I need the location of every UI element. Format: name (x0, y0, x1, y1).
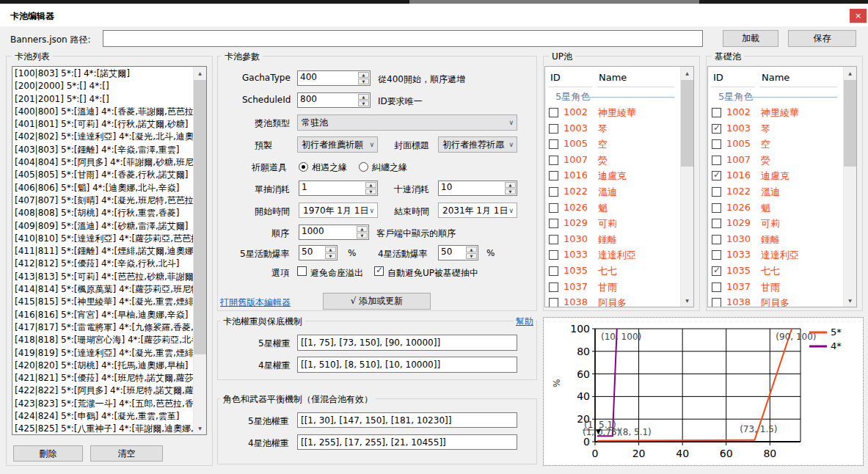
help-link[interactable]: 幫助 (514, 316, 536, 328)
pool-list-item[interactable]: [423|823] 5*:[荒瀧一斗] 4*:[五郎,芭芭拉,香菱] (12, 398, 194, 410)
pool-row[interactable]: 1016迪盧克 (545, 169, 681, 185)
pool-row[interactable]: 1030鍾離 (545, 233, 681, 249)
add-update-button[interactable]: √ 添加或更新 (323, 293, 431, 310)
pool-list-item[interactable]: [413|813] 5*:[可莉] 4*:[芭芭拉,砂糖,菲謝爾] (12, 271, 194, 283)
pool-row[interactable]: 1007熒 (708, 154, 844, 169)
rate4-value[interactable]: 50 (439, 246, 465, 260)
avoid-constellation-checkbox[interactable] (297, 266, 307, 276)
spin-down-icon[interactable]: ▼ (325, 253, 336, 259)
spin-down-icon[interactable]: ▼ (357, 233, 368, 238)
pool-row[interactable]: 1002神里綾華 (708, 106, 844, 122)
row-checkbox[interactable] (712, 219, 721, 228)
pool-row[interactable]: 1016迪盧克 (708, 169, 844, 185)
pool-list-item[interactable]: [403|803] 5*:[鍾離] 4*:[辛焱,雷澤,重雲] (12, 144, 194, 156)
row-checkbox[interactable] (712, 298, 721, 307)
spin-up-icon[interactable]: ▲ (505, 182, 516, 188)
row-checkbox[interactable] (549, 124, 558, 134)
radio-acquaint-fate[interactable] (299, 162, 308, 172)
ten-cost-spinner[interactable]: 10 ▲▼ (438, 181, 517, 196)
row-checkbox[interactable] (549, 203, 558, 213)
row-checkbox[interactable] (712, 139, 721, 149)
pool-list-item[interactable]: [408|808] 5*:[胡桃] 4*:[行秋,重雲,香菱] (12, 207, 194, 219)
spin-up-icon[interactable]: ▲ (466, 247, 477, 252)
spin-up-icon[interactable]: ▲ (358, 72, 369, 78)
pool-row[interactable]: 1022溫迪 (708, 186, 844, 201)
row-checkbox[interactable] (549, 235, 558, 244)
pool-row[interactable]: 1033達達利亞 (545, 249, 681, 264)
pool-row[interactable]: 1005空 (708, 138, 844, 153)
pool-row[interactable]: 1037甘雨 (545, 281, 681, 296)
rate4-spinner[interactable]: 50 ▲▼ (438, 245, 478, 260)
rate5-value[interactable]: 50 (299, 246, 324, 260)
scroll-up-icon[interactable]: ▲ (194, 67, 206, 79)
pool-type-select[interactable]: 常驻池 ∨ (297, 114, 517, 131)
ten-cost-value[interactable]: 10 (439, 181, 504, 195)
weight5-input[interactable] (297, 335, 517, 351)
pool-list-item[interactable]: [406|806] 5*:[魈] 4*:[迪奧娜,北斗,辛焱] (12, 182, 194, 194)
row-checkbox[interactable] (712, 171, 721, 181)
row-checkbox[interactable] (549, 250, 558, 260)
scheduleid-spinner[interactable]: 800 ▲▼ (297, 92, 371, 108)
pool-list-item[interactable]: [401|801] 5*:[可莉] 4*:[行秋,諾艾爾,砂糖] (12, 118, 194, 131)
pool-row[interactable]: 1002神里綾華 (545, 106, 681, 122)
pool-weight5-input[interactable] (297, 412, 517, 428)
spin-down-icon[interactable]: ▼ (505, 189, 516, 194)
save-button[interactable]: 保存 (788, 30, 856, 47)
spin-down-icon[interactable]: ▼ (365, 189, 376, 194)
scroll-down-icon[interactable]: ▼ (194, 422, 206, 434)
spin-up-icon[interactable]: ▲ (357, 226, 368, 232)
pool-list-item[interactable]: [412|812] 5*:[優菈] 4*:[辛焱,行秋,北斗] (12, 258, 194, 270)
pool-list-item[interactable]: [410|810] 5*:[達達利亞] 4*:[蘿莎莉亞,芭芭拉,菲謝爾] (12, 233, 194, 245)
pool-list-item[interactable]: [421|821] 5*:[優菈] 4*:[班尼特,諾艾爾,蘿莎莉亞] (12, 372, 194, 384)
pool-row[interactable]: 1030鍾離 (708, 233, 844, 249)
pool-list-item[interactable]: [402|802] 5*:[達達利亞] 4*:[凝光,北斗,迪奧娜] (12, 131, 194, 143)
pool-list-item[interactable]: [411|811] 5*:[鍾離] 4*:[煙緋,諾艾爾,迪奧娜] (12, 245, 194, 258)
pool-row[interactable]: 1035七七 (708, 265, 844, 280)
scroll-up-icon[interactable]: ▲ (844, 67, 856, 79)
pool-row[interactable]: 1029可莉 (708, 217, 844, 233)
row-checkbox[interactable] (712, 266, 721, 276)
clear-button[interactable]: 清空 (90, 445, 163, 462)
scroll-up-icon[interactable]: ▲ (681, 67, 693, 79)
pool-list-item[interactable]: [409|809] 5*:[溫迪] 4*:[砂糖,雷澤,諾艾爾] (12, 220, 194, 233)
row-checkbox[interactable] (549, 156, 558, 165)
pool-list-item[interactable]: [400|800] 5*:[溫迪] 4*:[香菱,菲謝爾,芭芭拉] (12, 106, 194, 118)
close-button[interactable]: × (850, 9, 867, 23)
scrollbar-thumb[interactable] (681, 80, 693, 167)
avoid-constellation-label[interactable]: 避免命座溢出 (310, 267, 363, 280)
pool-list-item[interactable]: [422|822] 5*:[阿貝多] 4*:[班尼特,諾艾爾,蘿莎莉亞] (12, 384, 194, 397)
pool-list-item[interactable]: [405|805] 5*:[甘雨] 4*:[香菱,行秋,諾艾爾] (12, 169, 194, 181)
auto-avoid-up-label[interactable]: 自動避免UP被基礎抽中 (387, 267, 478, 280)
pool-row[interactable]: 1005空 (545, 138, 681, 153)
row-checkbox[interactable] (549, 171, 558, 181)
pool-row[interactable]: 1026魈 (545, 202, 681, 217)
old-editor-link[interactable]: 打開舊版本編輯器 (220, 296, 291, 309)
row-checkbox[interactable] (712, 108, 721, 117)
spin-up-icon[interactable]: ▲ (365, 182, 376, 188)
pool-row[interactable]: 1035七七 (545, 265, 681, 280)
pool-list-item[interactable]: [407|807] 5*:[刻晴] 4*:[凝光,班尼特,芭芭拉] (12, 194, 194, 207)
scrollbar[interactable]: ▲ ▼ (843, 67, 856, 307)
row-checkbox[interactable] (712, 156, 721, 165)
pool-list-item[interactable]: [201|2001] 5*:[] 4*:[] (12, 93, 194, 106)
auto-avoid-up-checkbox[interactable] (374, 266, 384, 276)
pool-row[interactable]: 1038阿貝多 (708, 296, 844, 307)
spin-up-icon[interactable]: ▲ (325, 247, 336, 252)
pool-row[interactable]: 1026魈 (708, 202, 844, 217)
radio-acquaint-fate-label[interactable]: 相遇之緣 (312, 161, 347, 174)
pool-row[interactable]: 1003琴 (708, 123, 844, 138)
row-checkbox[interactable] (712, 203, 721, 213)
row-checkbox[interactable] (549, 266, 558, 276)
pool-list-item[interactable]: [100|803] 5*:[] 4*:[諾艾爾] (12, 68, 194, 80)
scrollbar[interactable]: ▲ ▼ (193, 67, 206, 434)
scrollbar-thumb[interactable] (194, 80, 206, 354)
radio-intertwined-fate-label[interactable]: 糾纏之緣 (372, 161, 407, 174)
delete-button[interactable]: 刪除 (13, 445, 83, 462)
load-button[interactable]: 加載 (723, 30, 778, 47)
row-checkbox[interactable] (549, 108, 558, 117)
pool-row[interactable]: 1022溫迪 (545, 186, 681, 201)
row-checkbox[interactable] (549, 282, 558, 292)
spin-down-icon[interactable]: ▼ (358, 101, 369, 106)
spin-up-icon[interactable]: ▲ (358, 94, 369, 100)
scroll-down-icon[interactable]: ▼ (844, 294, 856, 307)
